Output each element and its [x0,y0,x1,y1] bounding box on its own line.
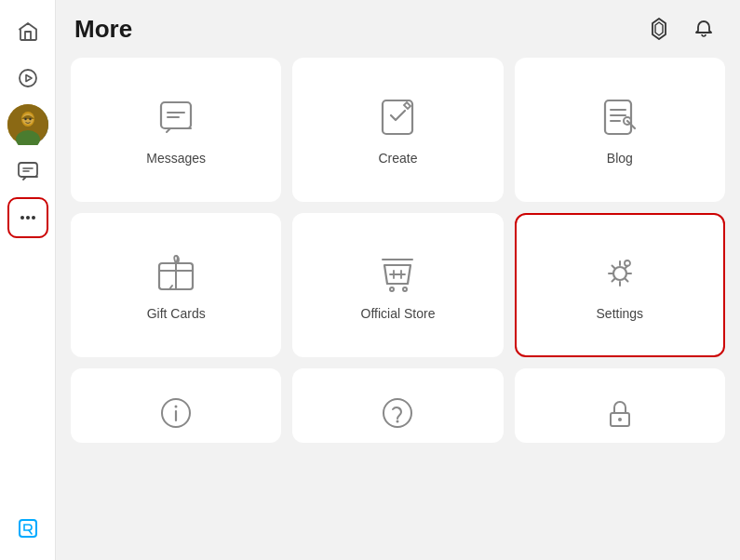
card-create[interactable]: Create [292,58,503,202]
svg-point-9 [26,216,30,220]
settings-icon [598,250,642,295]
gift-cards-icon [154,250,198,295]
cards-grid: Messages Create [71,58,725,443]
official-store-label: Official Store [361,306,436,321]
sidebar-item-more[interactable] [7,197,48,238]
svg-point-19 [390,287,394,291]
card-blog[interactable]: Blog [515,58,725,202]
blog-icon [598,95,642,140]
main-content: More [56,0,740,560]
robux-header-icon [647,17,671,41]
svg-point-28 [618,418,622,421]
card-settings[interactable]: Settings [515,213,725,357]
svg-point-26 [397,420,399,423]
sidebar-item-robux[interactable] [7,508,48,549]
sidebar-item-home[interactable] [7,11,48,52]
gift-cards-label: Gift Cards [147,306,206,321]
svg-rect-14 [161,102,191,128]
create-label: Create [378,151,417,166]
card-help[interactable] [292,368,503,443]
robux-icon [17,517,39,540]
svg-point-8 [20,216,24,220]
svg-point-5 [24,118,26,120]
sidebar-item-discover[interactable] [7,58,48,99]
header-icons [641,11,721,47]
svg-point-6 [29,118,31,120]
card-about[interactable] [71,368,281,443]
messages-label: Messages [146,151,206,166]
card-official-store[interactable]: Official Store [292,213,503,357]
help-icon [379,394,416,432]
svg-point-10 [32,216,35,220]
svg-point-22 [625,260,630,266]
svg-point-20 [403,287,407,291]
chat-icon [17,160,39,182]
card-privacy[interactable] [515,368,725,443]
messages-icon [154,95,198,140]
svg-rect-11 [20,520,36,537]
sidebar-item-avatar[interactable] [7,104,48,145]
svg-point-21 [613,267,626,280]
more-icon [18,207,38,228]
avatar-image [7,104,48,145]
notifications-button[interactable] [686,11,721,47]
blog-label: Blog [607,151,633,166]
svg-marker-13 [655,22,663,35]
create-icon [375,95,420,140]
robux-button[interactable] [641,11,677,47]
card-messages[interactable]: Messages [71,58,281,202]
svg-point-0 [20,70,36,87]
play-icon [17,67,39,89]
avatar [7,104,48,145]
privacy-icon [601,394,639,432]
settings-label: Settings [597,306,644,321]
page-title: More [74,15,132,44]
home-icon [17,20,39,43]
official-store-icon [375,250,420,295]
about-icon [157,394,195,432]
card-gift-cards[interactable]: Gift Cards [71,213,281,357]
grid-container: Messages Create [56,58,740,560]
svg-rect-7 [19,163,37,177]
bell-icon [693,18,715,40]
header: More [56,0,740,58]
sidebar [0,0,56,560]
svg-point-24 [175,406,178,408]
sidebar-item-chat[interactable] [7,151,48,192]
